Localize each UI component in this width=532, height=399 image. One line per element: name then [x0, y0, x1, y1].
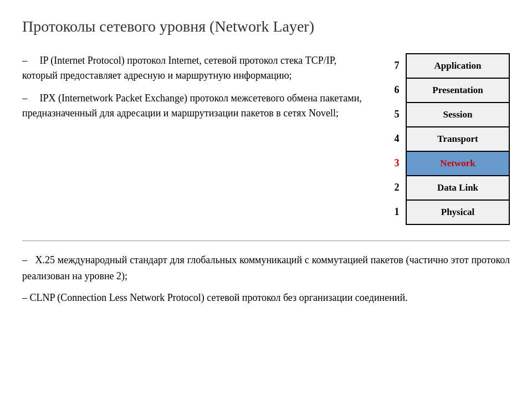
- page-title: Протоколы сетевого уровня (Network Layer…: [22, 17, 510, 37]
- osi-diagram: 7Application6Presentation5Session4Transp…: [388, 53, 510, 224]
- osi-layer-session: Session: [406, 102, 510, 127]
- osi-number: 2: [388, 175, 406, 200]
- left-text: – IP (Internet Protocol) протокол Intern…: [22, 53, 371, 224]
- osi-row: 1Physical: [388, 200, 510, 224]
- osi-row: 3Network: [388, 151, 510, 175]
- bottom-paragraph-2: – CLNP (Connection Less Network Protocol…: [22, 290, 510, 306]
- content-area: – IP (Internet Protocol) протокол Intern…: [22, 53, 510, 224]
- left-paragraph-2: – IPX (Internetwork Packet Exchange) про…: [22, 91, 371, 121]
- osi-layer-application: Application: [406, 53, 510, 79]
- osi-row: 6Presentation: [388, 78, 510, 102]
- osi-layer-transport: Transport: [406, 126, 510, 152]
- left-paragraph-1: – IP (Internet Protocol) протокол Intern…: [22, 53, 371, 83]
- osi-row: 5Session: [388, 102, 510, 126]
- osi-number: 7: [388, 53, 406, 78]
- osi-layer-network: Network: [406, 151, 510, 176]
- bottom-paragraph-1: – X.25 международный стандарт для глобал…: [22, 252, 510, 284]
- osi-number: 3: [388, 151, 406, 175]
- osi-row: 4Transport: [388, 126, 510, 151]
- osi-number: 6: [388, 78, 406, 102]
- osi-number: 5: [388, 102, 406, 126]
- osi-layer-data-link: Data Link: [406, 175, 510, 201]
- osi-row: 2Data Link: [388, 175, 510, 200]
- bottom-text: – X.25 международный стандарт для глобал…: [22, 241, 510, 305]
- osi-number: 4: [388, 126, 406, 151]
- osi-layer-physical: Physical: [406, 200, 510, 225]
- osi-row: 7Application: [388, 53, 510, 78]
- osi-number: 1: [388, 200, 406, 224]
- osi-layer-presentation: Presentation: [406, 78, 510, 103]
